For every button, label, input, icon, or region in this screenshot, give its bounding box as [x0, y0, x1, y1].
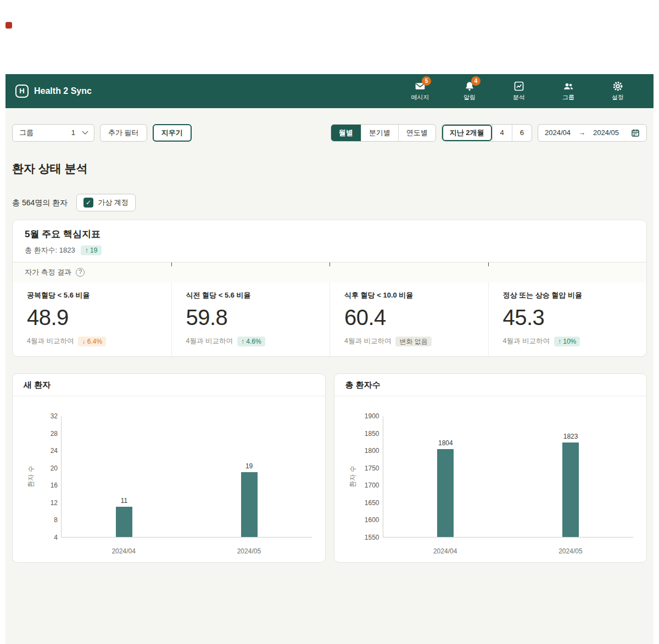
new-patients-chart-card: 새 환자 환자 수 32282420161284 1119 2024/04202…	[12, 373, 326, 563]
y-tick-label: 28	[51, 430, 58, 437]
compare-label: 4월과 비교하여	[27, 337, 74, 345]
chart-body: 환자 수 19001850180017501700165016001550 18…	[334, 396, 647, 563]
virtual-account-toggle[interactable]: ✓ 가상 계정	[76, 194, 136, 211]
compare-label: 4월과 비교하여	[503, 337, 550, 345]
messages-count-badge: 5	[422, 76, 431, 86]
calendar-icon	[631, 128, 640, 137]
y-tick-label: 1600	[365, 517, 379, 523]
filter-left-group: 그룹 1 추가 필터 지우기	[12, 124, 192, 142]
tab-quarterly[interactable]: 분기별	[361, 125, 398, 141]
health2sync-logo-icon: H	[15, 85, 29, 98]
tab-4-months[interactable]: 4	[492, 125, 512, 141]
metric-footer: 4월과 비교하여 변화 없음	[344, 337, 474, 346]
chart-title: 총 환자수	[334, 374, 647, 396]
nav-label: 분석	[513, 94, 525, 101]
nav-label: 그룹	[562, 94, 574, 101]
clear-button[interactable]: 지우기	[153, 124, 192, 142]
help-icon[interactable]: ?	[76, 268, 85, 277]
metric-label: 식후 혈당 < 10.0 비율	[344, 291, 474, 300]
date-range-picker[interactable]: 2024/04 → 2024/05	[538, 124, 647, 142]
tab-6-months[interactable]: 6	[512, 125, 532, 141]
bar-value-label: 1804	[438, 439, 453, 447]
bar: 1823	[562, 443, 579, 537]
metrics-grid: 공복혈당 < 5.6 비율 48.9 4월과 비교하여 ↓ 6.4% 식전 혈당…	[13, 282, 646, 356]
metric-label: 정상 또는 상승 혈압 비율	[503, 291, 633, 300]
bar-value-label: 1823	[563, 433, 578, 440]
plot-area: 18041823	[383, 416, 634, 537]
nav-item-groups[interactable]: 그룹	[557, 81, 580, 101]
change-badge: 변화 없음	[395, 337, 431, 346]
nav-item-messages[interactable]: 5 메시지	[409, 81, 432, 101]
kpi-card-title: 5월 주요 핵심지표	[25, 229, 634, 240]
kpi-card-subtitle: 총 환자수: 1823 ↑ 19	[25, 245, 634, 255]
column-divider-tick	[488, 262, 489, 266]
x-axis-labels: 2024/042024/05	[61, 547, 312, 555]
kpi-card-header: 5월 주요 핵심지표 총 환자수: 1823 ↑ 19	[13, 220, 646, 262]
compare-label: 4월과 비교하여	[344, 337, 391, 345]
alerts-count-badge: 4	[471, 76, 481, 86]
app-window: H Health 2 Sync 5 메시지 4 알림	[5, 74, 654, 644]
group-select[interactable]: 그룹 1	[12, 124, 94, 142]
plot-area: 1119	[61, 416, 312, 537]
metric-label: 식전 혈당 < 5.6 비율	[186, 291, 316, 300]
metric-footer: 4월과 비교하여 ↓ 6.4%	[27, 337, 157, 346]
patient-summary-row: 총 564명의 환자 ✓ 가상 계정	[12, 194, 647, 211]
y-axis-ticks: 19001850180017501700165016001550	[359, 416, 379, 537]
nav-label: 설정	[612, 94, 624, 101]
y-tick-label: 1800	[365, 447, 379, 454]
red-dot-marker	[5, 22, 12, 29]
section-title: 자가 측정 결과	[25, 268, 71, 277]
self-measurement-section-header: 자가 측정 결과 ?	[13, 262, 646, 282]
x-tick-label: 2024/04	[433, 547, 457, 555]
page-title: 환자 상태 분석	[12, 161, 647, 175]
metric-value: 48.9	[27, 304, 157, 331]
checkbox-checked-icon[interactable]: ✓	[83, 198, 93, 208]
kpi-total-patients: 총 환자수: 1823	[25, 246, 75, 255]
x-axis-labels: 2024/042024/05	[383, 547, 634, 555]
tab-yearly[interactable]: 연도별	[398, 125, 435, 141]
y-tick-label: 1700	[365, 482, 379, 489]
x-tick-label: 2024/05	[237, 547, 261, 555]
kpi-card: 5월 주요 핵심지표 총 환자수: 1823 ↑ 19 자가 측정 결과 ? 공…	[12, 220, 647, 357]
y-axis-title: 환자 수	[348, 466, 356, 487]
y-tick-label: 1900	[365, 413, 379, 419]
y-axis-title: 환자 수	[27, 466, 35, 487]
column-divider-tick	[330, 262, 330, 266]
chart-title: 새 환자	[13, 374, 325, 396]
range-segmented-control: 지난 2개월 4 6	[442, 124, 532, 142]
bar-value-label: 19	[245, 462, 253, 470]
chart-icon	[513, 81, 524, 92]
total-patient-count: 총 564명의 환자	[12, 198, 68, 208]
y-tick-label: 1650	[365, 500, 379, 506]
nav-label: 알림	[463, 94, 476, 101]
metric-value: 45.3	[503, 304, 633, 331]
column-divider-tick	[171, 262, 172, 266]
brand: H Health 2 Sync	[15, 85, 92, 98]
tab-monthly[interactable]: 월별	[331, 125, 361, 141]
y-axis-ticks: 32282420161284	[37, 416, 58, 537]
filter-right-group: 월별 분기별 연도별 지난 2개월 4 6 2024/04 → 2024/05	[331, 124, 647, 142]
gear-icon	[612, 81, 623, 92]
nav-label: 메시지	[411, 94, 429, 101]
nav-item-alerts[interactable]: 4 알림	[458, 81, 481, 101]
nav-item-analysis[interactable]: 분석	[507, 81, 530, 101]
bar: 1804	[437, 449, 454, 537]
change-badge: ↑ 10%	[554, 337, 580, 346]
metric-footer: 4월과 비교하여 ↑ 10%	[503, 337, 633, 346]
metric-premeal-glucose: 식전 혈당 < 5.6 비율 59.8 4월과 비교하여 ↑ 4.6%	[171, 282, 330, 356]
arrow-right-icon: →	[578, 128, 585, 137]
charts-row: 새 환자 환자 수 32282420161284 1119 2024/04202…	[12, 373, 647, 563]
date-end: 2024/05	[593, 128, 619, 137]
chart-body: 환자 수 32282420161284 1119 2024/042024/05	[13, 396, 325, 563]
date-start: 2024/04	[545, 128, 571, 137]
add-filter-button[interactable]: 추가 필터	[100, 124, 147, 142]
nav-item-settings[interactable]: 설정	[606, 81, 629, 101]
tab-last-2-months[interactable]: 지난 2개월	[442, 125, 492, 141]
bar-value-label: 11	[121, 497, 127, 505]
top-navbar: H Health 2 Sync 5 메시지 4 알림	[5, 74, 654, 108]
y-tick-label: 1750	[365, 465, 379, 472]
period-segmented-control: 월별 분기별 연도별	[331, 124, 436, 142]
brand-name: Health 2 Sync	[34, 86, 92, 96]
metric-footer: 4월과 비교하여 ↑ 4.6%	[186, 337, 316, 346]
bar: 11	[116, 507, 132, 537]
